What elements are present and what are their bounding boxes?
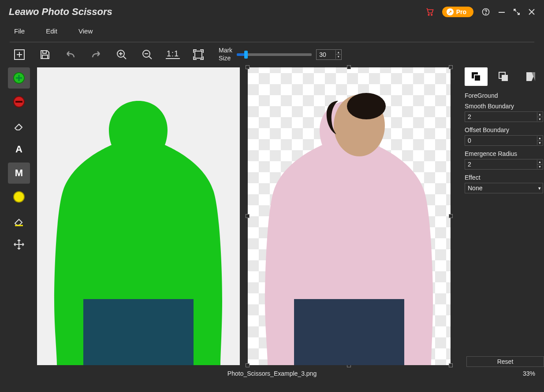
spinner-buttons[interactable]: ▲▼ — [537, 136, 542, 145]
mark-size-input[interactable]: 30 ▲▼ — [316, 49, 342, 60]
cart-icon[interactable] — [425, 7, 434, 16]
svg-rect-24 — [502, 75, 508, 81]
status-filename: Photo_Scissors_Example_3.png — [227, 370, 317, 377]
offset-boundary-value: 0 — [468, 137, 471, 144]
fit-screen-button[interactable] — [191, 48, 205, 62]
svg-rect-4 — [499, 12, 505, 13]
crop-handle-icon[interactable] — [246, 65, 250, 69]
smooth-boundary-value: 2 — [468, 113, 471, 120]
svg-rect-13 — [15, 101, 22, 103]
svg-point-0 — [428, 14, 429, 15]
crop-handle-icon[interactable] — [246, 363, 250, 367]
svg-point-19 — [347, 93, 386, 119]
spinner-buttons[interactable]: ▲▼ — [537, 160, 542, 169]
app-title: Leawo Photo Scissors — [9, 6, 112, 18]
ratio-label: 1:1 — [166, 50, 180, 59]
effect-value: None — [468, 185, 482, 192]
svg-rect-6 — [43, 51, 46, 53]
reset-button[interactable]: Reset — [466, 356, 544, 367]
mark-eraser-tool[interactable] — [8, 115, 30, 136]
zoom-out-button[interactable] — [140, 48, 154, 62]
close-icon[interactable] — [528, 8, 535, 15]
pro-label: Pro — [456, 8, 466, 15]
crop-handle-icon[interactable] — [449, 65, 453, 69]
crop-handle-icon[interactable] — [347, 65, 351, 69]
mark-size-slider[interactable] — [237, 53, 312, 56]
mark-size-label: Mark Size — [219, 47, 232, 62]
zoom-in-button[interactable] — [115, 48, 129, 62]
svg-rect-10 — [195, 51, 202, 58]
auto-mode-button[interactable]: A — [8, 139, 30, 160]
foreground-tab[interactable] — [465, 67, 488, 86]
slider-thumb-icon[interactable] — [244, 51, 248, 59]
svg-point-1 — [431, 14, 432, 15]
svg-rect-7 — [42, 55, 48, 59]
mark-size-value: 30 — [319, 51, 326, 58]
emergence-radius-label: Emergence Radius — [465, 150, 544, 157]
svg-point-14 — [14, 192, 24, 202]
status-zoom: 33% — [523, 370, 535, 377]
add-image-button[interactable] — [12, 48, 26, 62]
pro-button[interactable]: ↗ Pro — [442, 7, 473, 17]
svg-point-3 — [485, 14, 486, 14]
menu-edit[interactable]: Edit — [46, 27, 57, 35]
offset-boundary-label: Offset Boundary — [465, 126, 544, 133]
background-tab[interactable] — [492, 67, 515, 86]
offset-boundary-input[interactable]: 0 ▲▼ — [465, 135, 543, 146]
svg-rect-17 — [83, 299, 194, 365]
auto-mode-label: A — [15, 144, 22, 155]
result-canvas[interactable] — [248, 67, 451, 365]
maximize-icon[interactable] — [513, 8, 520, 15]
menu-view[interactable]: View — [78, 27, 93, 35]
svg-rect-20 — [294, 299, 404, 365]
crop-handle-icon[interactable] — [449, 214, 453, 218]
source-image-placeholder — [44, 83, 233, 365]
smooth-boundary-input[interactable]: 2 ▲▼ — [465, 111, 543, 122]
source-canvas[interactable] — [37, 67, 240, 365]
actual-size-button[interactable]: 1:1 — [166, 48, 180, 62]
hair-eraser-tool[interactable] — [8, 210, 30, 231]
effect-select[interactable]: None — [465, 183, 543, 193]
smooth-boundary-label: Smooth Boundary — [465, 103, 544, 110]
shadow-tab[interactable] — [519, 67, 542, 86]
upgrade-icon: ↗ — [447, 8, 454, 15]
spinner-buttons[interactable]: ▲▼ — [537, 112, 542, 121]
mark-foreground-tool[interactable] — [8, 67, 30, 89]
help-icon[interactable] — [481, 7, 490, 16]
move-tool[interactable] — [8, 234, 30, 255]
manual-mode-button[interactable]: M — [8, 163, 30, 184]
spinner-buttons[interactable]: ▲▼ — [335, 50, 341, 59]
undo-button[interactable] — [63, 48, 78, 62]
redo-button[interactable] — [89, 48, 103, 62]
reset-label: Reset — [497, 358, 514, 365]
emergence-radius-value: 2 — [468, 161, 471, 168]
manual-mode-label: M — [15, 167, 23, 179]
result-image-placeholder — [254, 83, 444, 365]
minimize-icon[interactable] — [498, 8, 505, 15]
save-button[interactable] — [38, 48, 52, 62]
hair-tool[interactable] — [8, 186, 30, 207]
crop-handle-icon[interactable] — [246, 214, 250, 218]
crop-handle-icon[interactable] — [449, 363, 453, 367]
mark-background-tool[interactable] — [8, 91, 30, 112]
svg-rect-22 — [474, 75, 481, 81]
panel-title: ForeGround — [465, 92, 544, 99]
emergence-radius-input[interactable]: 2 ▲▼ — [465, 159, 543, 170]
menu-file[interactable]: File — [14, 27, 25, 35]
effect-label: Effect — [465, 174, 544, 181]
